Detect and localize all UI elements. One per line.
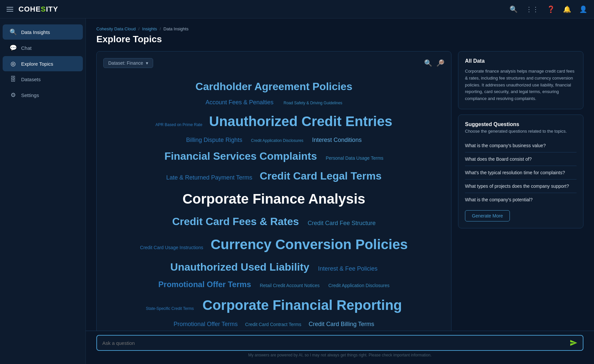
word-cloud-row: Promotional Offer Terms Retail Credit Ac…: [156, 277, 391, 292]
user-icon[interactable]: 👤: [579, 5, 587, 13]
word[interactable]: State-Specific Credit Terms: [146, 305, 194, 312]
suggested-question-3[interactable]: What's the typical resolution time for c…: [465, 166, 577, 180]
send-icon: [570, 339, 578, 347]
word-cloud-row: Billing Dispute Rights Credit Applicatio…: [184, 134, 364, 146]
logo: COHESITY: [18, 5, 58, 14]
breadcrumb-link-2[interactable]: Insights: [142, 26, 157, 31]
ask-input[interactable]: [102, 340, 566, 346]
all-data-card: All Data Corporate finance analysis help…: [458, 51, 583, 109]
dataset-label: Dataset: Finance: [108, 60, 143, 66]
word[interactable]: Credit Application Disclosures: [251, 137, 304, 144]
word-cloud-row: Late & Returned Payment Terms Credit Car…: [164, 166, 384, 186]
word-cloud-card: Dataset: Finance ▾ 🔍 🔎 Cardholder Agreem…: [96, 51, 451, 364]
dropdown-chevron: ▾: [146, 60, 148, 66]
word[interactable]: Account Fees & Penalties: [206, 97, 274, 108]
toolbar-icons: 🔍 🔎: [424, 59, 445, 67]
word[interactable]: Corporate Finance Analysis: [182, 187, 365, 211]
suggested-question-5[interactable]: What is the company's potential?: [465, 193, 577, 206]
word-cloud-row: Corporate Finance Analysis: [181, 186, 367, 212]
breadcrumb-link-1[interactable]: Cohesity Data Cloud: [96, 26, 136, 31]
grid-icon[interactable]: ⋮⋮: [526, 5, 539, 13]
generate-more-button[interactable]: Generate More: [465, 210, 510, 221]
suggested-questions-list: What is the company's business value?Wha…: [465, 139, 577, 206]
sidebar-item-chat[interactable]: 💬 Chat: [3, 40, 83, 55]
settings-icon: ⚙: [9, 91, 17, 99]
zoom-in-icon[interactable]: 🔍: [424, 59, 432, 67]
word-cloud-row: Credit Card Usage Instructions Currency …: [138, 232, 410, 257]
word[interactable]: Unauthorized Used Liability: [170, 258, 309, 276]
word[interactable]: Credit Application Disclosures: [328, 282, 389, 290]
word[interactable]: Credit Card Contract Terms: [245, 321, 301, 329]
word[interactable]: Interest & Fee Policies: [318, 264, 378, 274]
word[interactable]: Interest Conditions: [312, 135, 362, 145]
word[interactable]: Credit Card Fees & Rates: [172, 213, 299, 230]
word-cloud-row: Account Fees & Penalties Road Safety & D…: [204, 96, 345, 109]
bell-icon[interactable]: 🔔: [563, 5, 571, 13]
word[interactable]: Late & Returned Payment Terms: [166, 173, 252, 183]
word-cloud: Cardholder Agreement Policies Account Fe…: [103, 73, 445, 364]
zoom-out-icon[interactable]: 🔎: [436, 59, 445, 67]
topnav: COHESITY 🔍 ⋮⋮ ❓ 🔔 👤: [0, 0, 594, 18]
data-insights-icon: 🔍: [9, 28, 17, 36]
page-title: Explore Topics: [96, 34, 583, 45]
word[interactable]: Corporate Financial Reporting: [203, 293, 402, 317]
sidebar: 🔍 Data Insights 💬 Chat ◎ Explore Topics …: [0, 18, 86, 364]
word-cloud-row: State-Specific Credit Terms Corporate Fi…: [144, 292, 404, 318]
word-cloud-row: Unauthorized Used Liability Interest & F…: [168, 257, 380, 277]
sidebar-item-label: Explore Topics: [21, 61, 53, 67]
word[interactable]: Retail Credit Account Notices: [260, 282, 319, 290]
word-cloud-row: Promotional Offer Terms Credit Card Cont…: [172, 318, 376, 330]
search-icon[interactable]: 🔍: [510, 5, 518, 13]
suggested-questions-card: Suggested Questions Choose the generated…: [458, 115, 583, 228]
word[interactable]: Billing Dispute Rights: [186, 135, 242, 145]
suggested-subtitle: Choose the generated questions related t…: [465, 129, 577, 134]
word-cloud-row: Financial Services Complaints Personal D…: [162, 146, 385, 166]
word-cloud-row: Cardholder Agreement Policies: [193, 77, 354, 96]
bottom-bar: My answers are powered by AI, so I may n…: [86, 331, 594, 364]
word[interactable]: Unauthorized Credit Entries: [209, 110, 392, 133]
help-icon[interactable]: ❓: [547, 5, 555, 13]
sidebar-item-settings[interactable]: ⚙ Settings: [3, 87, 83, 103]
breadcrumb-current: Data Insights: [163, 26, 188, 31]
word[interactable]: Promotional Offer Terms: [158, 278, 251, 291]
suggested-question-1[interactable]: What is the company's business value?: [465, 139, 577, 152]
card-toolbar: Dataset: Finance ▾ 🔍 🔎: [103, 58, 445, 68]
word[interactable]: Financial Services Complaints: [164, 147, 317, 165]
right-panel: All Data Corporate finance analysis help…: [458, 51, 583, 228]
ask-input-row: [96, 335, 583, 351]
sidebar-item-label: Data Insights: [21, 29, 50, 35]
disclaimer: My answers are powered by AI, so I may n…: [96, 353, 583, 357]
menu-icon[interactable]: [7, 7, 13, 12]
sidebar-item-explore-topics[interactable]: ◎ Explore Topics: [3, 56, 83, 71]
sidebar-item-label: Datasets: [21, 77, 41, 82]
sidebar-item-label: Chat: [21, 45, 32, 51]
breadcrumb: Cohesity Data Cloud / Insights / Data In…: [96, 26, 583, 31]
dataset-select[interactable]: Dataset: Finance ▾: [103, 58, 153, 68]
word[interactable]: Currency Conversion Policies: [211, 233, 408, 256]
svg-marker-0: [570, 340, 577, 346]
word[interactable]: Cardholder Agreement Policies: [195, 78, 352, 95]
explore-icon: ◎: [9, 60, 17, 67]
word[interactable]: Personal Data Usage Terms: [326, 154, 383, 162]
word[interactable]: Road Safety & Driving Guidelines: [283, 100, 342, 106]
suggested-question-2[interactable]: What does the Board consist of?: [465, 152, 577, 166]
content-area: Cohesity Data Cloud / Insights / Data In…: [86, 18, 594, 364]
word[interactable]: Credit Card Fee Structure: [308, 218, 376, 228]
word-cloud-row: Credit Card Fees & Rates Credit Card Fee…: [170, 212, 378, 231]
suggested-title: Suggested Questions: [465, 121, 577, 127]
sidebar-item-datasets[interactable]: 🗄 Datasets: [3, 72, 83, 87]
suggested-question-4[interactable]: What types of projects does the company …: [465, 180, 577, 193]
send-button[interactable]: [570, 339, 578, 347]
word[interactable]: Credit Card Billing Terms: [309, 319, 374, 329]
word[interactable]: Credit Card Usage Instructions: [140, 244, 203, 252]
cards-row: Dataset: Finance ▾ 🔍 🔎 Cardholder Agreem…: [96, 51, 583, 364]
word-cloud-row: APR Based on Prime Rate Unauthorized Cre…: [153, 109, 394, 134]
word[interactable]: Promotional Offer Terms: [174, 319, 238, 329]
sidebar-item-label: Settings: [21, 92, 39, 98]
word[interactable]: APR Based on Prime Rate: [155, 121, 202, 128]
sidebar-item-data-insights[interactable]: 🔍 Data Insights: [3, 24, 83, 40]
word[interactable]: Credit Card Legal Terms: [260, 167, 381, 185]
datasets-icon: 🗄: [9, 76, 17, 83]
all-data-body: Corporate finance analysis helps manage …: [465, 68, 577, 102]
chat-icon: 💬: [9, 44, 17, 51]
